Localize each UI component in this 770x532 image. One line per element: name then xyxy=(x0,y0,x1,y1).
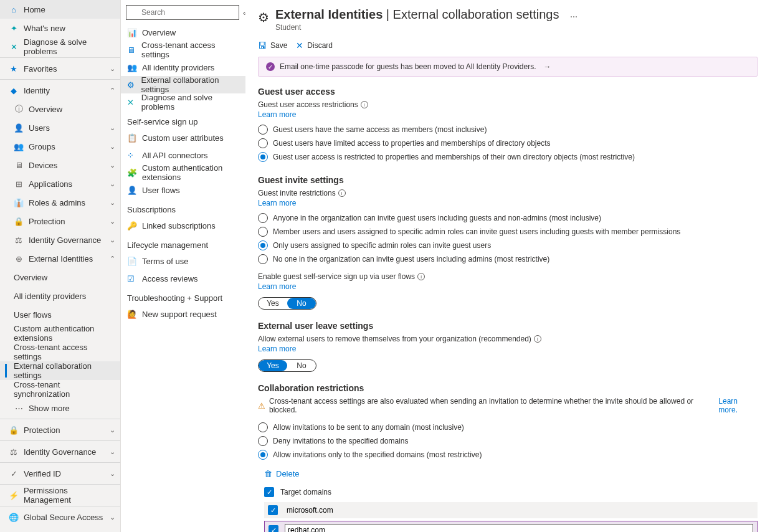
toggle-no[interactable]: No xyxy=(287,360,316,371)
learn-more-link[interactable]: Learn more xyxy=(258,344,296,353)
page-title: External Identities | External collabora… xyxy=(275,7,559,22)
radio-option[interactable]: Anyone in the organization can invite gu… xyxy=(258,211,758,225)
nav-item[interactable]: 🌐Global Secure Access⌄ xyxy=(0,508,120,526)
radio-option[interactable]: Guest user access is restricted to prope… xyxy=(258,150,758,164)
search-input[interactable] xyxy=(126,5,239,20)
divider xyxy=(0,57,120,58)
nav-icon: 🖥 xyxy=(14,160,24,170)
sb2-item[interactable]: ☑Access reviews xyxy=(121,270,245,287)
sb2-item[interactable]: ✕Diagnose and solve problems xyxy=(121,93,245,111)
nav-favorites[interactable]: ★ Favorites ⌄ xyxy=(0,59,120,78)
nav-subitem[interactable]: Cross-tenant access settings xyxy=(0,343,120,361)
nav-label: Identity xyxy=(24,86,110,95)
nav-item[interactable]: 👤Users⌄ xyxy=(0,118,120,137)
nav-item[interactable]: ⊕External Identities⌃ xyxy=(0,249,120,268)
radio-option[interactable]: Only users assigned to specific admin ro… xyxy=(258,239,758,252)
learn-more-link[interactable]: Learn more xyxy=(258,199,296,207)
gear-icon: ⚙ xyxy=(258,10,269,25)
toggle-yes[interactable]: Yes xyxy=(259,360,287,371)
radio-option[interactable]: Allow invitations to be sent to any doma… xyxy=(258,420,758,434)
secondary-nav: 🔍 « 📊Overview🖥Cross-tenant access settin… xyxy=(121,0,245,532)
radio-option[interactable]: No one in the organization can invite gu… xyxy=(258,252,758,266)
leave-toggle[interactable]: Yes No xyxy=(258,359,316,372)
checkbox-icon[interactable]: ✓ xyxy=(268,505,278,515)
section-title: Guest user access xyxy=(258,87,758,97)
nav-subitem[interactable]: Overview xyxy=(0,268,120,287)
nav-item[interactable]: 🔒Protection⌄ xyxy=(0,420,120,439)
nav-icon: 🔒 xyxy=(14,216,24,226)
more-icon[interactable]: ⋯ xyxy=(570,12,578,21)
nav-item[interactable]: ⚖Identity Governance⌄ xyxy=(0,230,120,249)
tenant-name: Student xyxy=(275,23,559,32)
nav-subitem[interactable]: External collaboration settings xyxy=(0,361,120,380)
delete-button[interactable]: 🗑 Delete xyxy=(264,469,758,478)
nav-item[interactable]: 👥Groups⌄ xyxy=(0,137,120,156)
arrow-right-icon[interactable]: → xyxy=(544,62,551,71)
radio-option[interactable]: Deny invitations to the specified domain… xyxy=(258,434,758,448)
nav-subitem[interactable]: User flows xyxy=(0,305,120,324)
domain-row[interactable]: ✓ xyxy=(264,502,758,518)
sb2-item[interactable]: 📄Terms of use xyxy=(121,252,245,270)
nav-item[interactable]: ✓Verified ID⌄ xyxy=(0,464,120,483)
nav-item[interactable]: 🔒Protection⌄ xyxy=(0,212,120,230)
nav-item[interactable]: ✕Diagnose & solve problems xyxy=(0,37,120,56)
nav-item[interactable]: ⚖Identity Governance⌄ xyxy=(0,442,120,461)
checkbox-icon[interactable]: ✓ xyxy=(269,525,278,532)
nav-showmore[interactable]: ⋯ Show more xyxy=(0,399,120,417)
learn-more-link[interactable]: Learn more. xyxy=(718,397,758,414)
toggle-yes[interactable]: Yes xyxy=(259,298,287,309)
nav-identity[interactable]: ◆ Identity ⌃ xyxy=(0,81,120,100)
nav-icon: ⚖ xyxy=(9,447,19,457)
radio-option[interactable]: Member users and users assigned to speci… xyxy=(258,225,758,239)
info-icon[interactable]: i xyxy=(338,189,346,197)
domain-input[interactable] xyxy=(285,524,753,532)
chevron-down-icon: ⌄ xyxy=(110,236,115,244)
nav-subitem[interactable]: Cross-tenant synchronization xyxy=(0,380,120,399)
save-button[interactable]: 🖫 Save xyxy=(258,40,287,50)
sb2-item[interactable]: 🙋New support request xyxy=(121,305,245,323)
sb2-item[interactable]: 👥All identity providers xyxy=(121,59,245,76)
learn-more-link[interactable]: Learn more xyxy=(258,110,296,119)
nav-subitem[interactable]: Custom authentication extensions xyxy=(0,324,120,343)
target-domains-row[interactable]: ✓ Target domains xyxy=(264,485,758,500)
sb2-item[interactable]: 📋Custom user attributes xyxy=(121,129,245,146)
nav-item[interactable]: ⓘOverview xyxy=(0,100,120,118)
nav-item[interactable]: ⚡Permissions Management xyxy=(0,486,120,505)
checkbox-icon[interactable]: ✓ xyxy=(264,487,274,497)
radio-option[interactable]: Allow invitations only to the specified … xyxy=(258,448,758,462)
radio-option[interactable]: Guest users have the same access as memb… xyxy=(258,123,758,136)
learn-more-link[interactable]: Learn more xyxy=(258,282,296,291)
nav-label: Groups xyxy=(29,142,110,151)
radio-icon xyxy=(258,240,268,250)
sb2-item[interactable]: ⚙External collaboration settings xyxy=(121,76,245,93)
info-icon[interactable]: i xyxy=(361,101,368,108)
sb2-item[interactable]: 🔑Linked subscriptions xyxy=(121,217,245,234)
sb2-item[interactable]: 🧩Custom authentication extensions xyxy=(121,164,245,181)
domain-input[interactable] xyxy=(284,505,754,516)
radio-icon xyxy=(258,450,268,460)
info-icon[interactable]: i xyxy=(417,273,425,280)
sb2-item[interactable]: 🖥Cross-tenant access settings xyxy=(121,41,245,59)
discard-button[interactable]: ✕ Discard xyxy=(296,40,333,50)
sb2-icon: ✕ xyxy=(127,98,136,107)
identity-icon: ◆ xyxy=(9,85,19,95)
nav-label: Identity Governance xyxy=(29,235,110,245)
toggle-no[interactable]: No xyxy=(287,298,316,309)
info-icon[interactable]: i xyxy=(534,335,541,343)
collab-note: ⚠ Cross-tenant access settings are also … xyxy=(258,397,758,414)
nav-item[interactable]: ⌂Home xyxy=(0,0,120,19)
sb2-item[interactable]: 📊Overview xyxy=(121,24,245,41)
nav-item[interactable]: 🖥Devices⌄ xyxy=(0,156,120,174)
nav-item[interactable]: ✦What's new xyxy=(0,19,120,37)
radio-option[interactable]: Guest users have limited access to prope… xyxy=(258,136,758,150)
domain-row[interactable]: ✓ xyxy=(264,521,758,532)
sb2-heading: Lifecycle management xyxy=(121,234,245,252)
nav-subitem[interactable]: All identity providers xyxy=(0,287,120,305)
sb2-item[interactable]: 👤User flows xyxy=(121,181,245,199)
nav-icon: ✓ xyxy=(9,468,19,478)
nav-item[interactable]: 👔Roles & admins⌄ xyxy=(0,193,120,212)
nav-label: Applications xyxy=(29,179,110,189)
selfservice-toggle[interactable]: Yes No xyxy=(258,297,316,310)
sb2-item[interactable]: ⁘All API connectors xyxy=(121,146,245,164)
nav-item[interactable]: ⊞Applications⌄ xyxy=(0,174,120,193)
